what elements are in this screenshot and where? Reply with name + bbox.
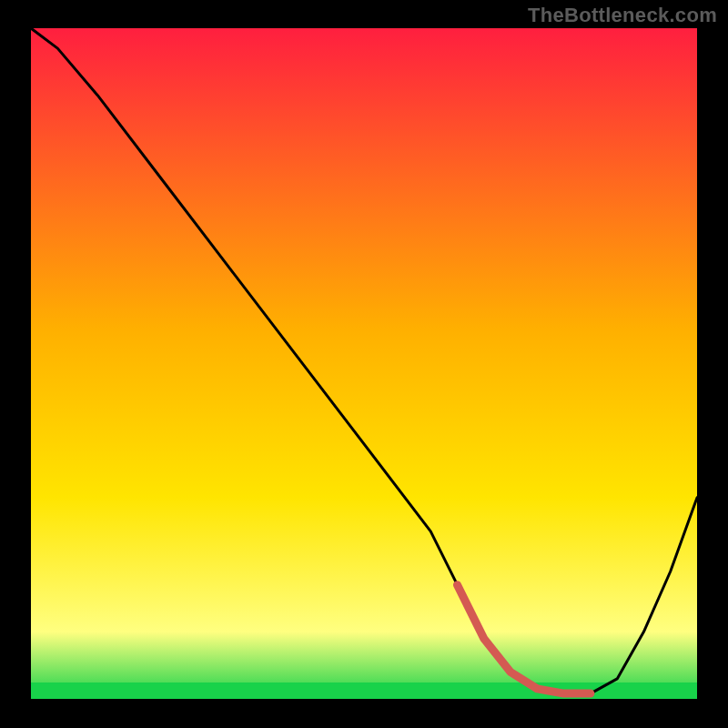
watermark-text: TheBottleneck.com <box>528 4 717 27</box>
gradient-background <box>31 28 697 699</box>
chart-frame: TheBottleneck.com <box>0 0 728 728</box>
bottleneck-chart <box>0 0 728 728</box>
